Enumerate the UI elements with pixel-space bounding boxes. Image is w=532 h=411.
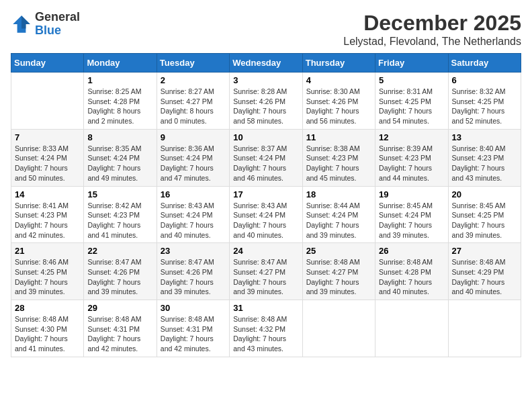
month-title: December 2025: [343, 11, 521, 36]
logo-text: General Blue: [35, 11, 80, 38]
day-number: 2: [161, 75, 226, 85]
week-row-1: 1Sunrise: 8:25 AM Sunset: 4:28 PM Daylig…: [11, 73, 521, 130]
day-number: 18: [306, 189, 371, 199]
calendar-cell: 15Sunrise: 8:42 AM Sunset: 4:23 PM Dayli…: [84, 186, 157, 243]
calendar-table: SundayMondayTuesdayWednesdayThursdayFrid…: [11, 53, 521, 357]
calendar-cell: 18Sunrise: 8:44 AM Sunset: 4:24 PM Dayli…: [302, 186, 375, 243]
day-number: 15: [87, 189, 152, 199]
day-number: 6: [452, 75, 517, 85]
day-number: 16: [161, 189, 226, 199]
day-info: Sunrise: 8:45 AM Sunset: 4:24 PM Dayligh…: [379, 201, 444, 240]
day-number: 8: [87, 132, 152, 142]
day-info: Sunrise: 8:28 AM Sunset: 4:26 PM Dayligh…: [233, 87, 298, 126]
calendar-cell: 26Sunrise: 8:48 AM Sunset: 4:28 PM Dayli…: [375, 243, 448, 300]
calendar-cell: 19Sunrise: 8:45 AM Sunset: 4:24 PM Dayli…: [375, 186, 448, 243]
day-number: 29: [87, 303, 152, 313]
day-info: Sunrise: 8:39 AM Sunset: 4:23 PM Dayligh…: [379, 144, 444, 183]
calendar-cell: [375, 300, 448, 357]
day-info: Sunrise: 8:27 AM Sunset: 4:27 PM Dayligh…: [161, 87, 226, 126]
day-number: 5: [379, 75, 444, 85]
day-info: Sunrise: 8:46 AM Sunset: 4:25 PM Dayligh…: [15, 257, 80, 297]
logo-general: General: [35, 10, 80, 24]
day-number: 23: [161, 246, 226, 256]
day-info: Sunrise: 8:47 AM Sunset: 4:26 PM Dayligh…: [161, 257, 226, 297]
day-number: 25: [306, 246, 371, 256]
calendar-cell: 21Sunrise: 8:46 AM Sunset: 4:25 PM Dayli…: [11, 243, 84, 300]
day-number: 27: [452, 246, 517, 256]
day-info: Sunrise: 8:48 AM Sunset: 4:30 PM Dayligh…: [15, 314, 80, 354]
logo-icon: [11, 13, 32, 35]
calendar-cell: 28Sunrise: 8:48 AM Sunset: 4:30 PM Dayli…: [11, 300, 84, 357]
header-row: SundayMondayTuesdayWednesdayThursdayFrid…: [11, 54, 521, 73]
calendar-header: SundayMondayTuesdayWednesdayThursdayFrid…: [11, 54, 521, 73]
header-cell-friday: Friday: [375, 54, 448, 73]
title-block: December 2025 Lelystad, Flevoland, The N…: [343, 11, 521, 48]
week-row-5: 28Sunrise: 8:48 AM Sunset: 4:30 PM Dayli…: [11, 300, 521, 357]
day-info: Sunrise: 8:48 AM Sunset: 4:28 PM Dayligh…: [379, 257, 444, 297]
logo-blue: Blue: [35, 24, 61, 37]
header-cell-thursday: Thursday: [302, 54, 375, 73]
day-number: 21: [15, 246, 80, 256]
day-number: 14: [15, 189, 80, 199]
day-info: Sunrise: 8:43 AM Sunset: 4:24 PM Dayligh…: [233, 201, 298, 240]
day-number: 12: [379, 132, 444, 142]
day-info: Sunrise: 8:31 AM Sunset: 4:25 PM Dayligh…: [379, 87, 444, 126]
day-info: Sunrise: 8:48 AM Sunset: 4:29 PM Dayligh…: [452, 257, 517, 297]
day-info: Sunrise: 8:37 AM Sunset: 4:24 PM Dayligh…: [233, 144, 298, 183]
day-info: Sunrise: 8:48 AM Sunset: 4:27 PM Dayligh…: [306, 257, 371, 297]
calendar-cell: 9Sunrise: 8:36 AM Sunset: 4:24 PM Daylig…: [157, 129, 229, 186]
calendar-cell: 30Sunrise: 8:48 AM Sunset: 4:31 PM Dayli…: [157, 300, 229, 357]
header-cell-tuesday: Tuesday: [157, 54, 229, 73]
calendar-cell: 3Sunrise: 8:28 AM Sunset: 4:26 PM Daylig…: [230, 73, 302, 130]
day-info: Sunrise: 8:48 AM Sunset: 4:31 PM Dayligh…: [87, 314, 152, 354]
calendar-cell: 31Sunrise: 8:48 AM Sunset: 4:32 PM Dayli…: [230, 300, 302, 357]
day-info: Sunrise: 8:35 AM Sunset: 4:24 PM Dayligh…: [87, 144, 152, 183]
calendar-cell: 12Sunrise: 8:39 AM Sunset: 4:23 PM Dayli…: [375, 129, 448, 186]
calendar-cell: 23Sunrise: 8:47 AM Sunset: 4:26 PM Dayli…: [157, 243, 229, 300]
calendar-cell: [302, 300, 375, 357]
day-info: Sunrise: 8:47 AM Sunset: 4:27 PM Dayligh…: [233, 257, 298, 297]
calendar-cell: 6Sunrise: 8:32 AM Sunset: 4:25 PM Daylig…: [448, 73, 521, 130]
svg-marker-1: [21, 15, 30, 28]
day-number: 10: [233, 132, 298, 142]
week-row-3: 14Sunrise: 8:41 AM Sunset: 4:23 PM Dayli…: [11, 186, 521, 243]
day-number: 31: [233, 303, 298, 313]
calendar-cell: 22Sunrise: 8:47 AM Sunset: 4:26 PM Dayli…: [84, 243, 157, 300]
day-info: Sunrise: 8:48 AM Sunset: 4:32 PM Dayligh…: [233, 314, 298, 354]
day-number: 17: [233, 189, 298, 199]
calendar-cell: 11Sunrise: 8:38 AM Sunset: 4:23 PM Dayli…: [302, 129, 375, 186]
day-number: 9: [161, 132, 226, 142]
day-number: 7: [15, 132, 80, 142]
calendar-cell: 2Sunrise: 8:27 AM Sunset: 4:27 PM Daylig…: [157, 73, 229, 130]
day-info: Sunrise: 8:33 AM Sunset: 4:24 PM Dayligh…: [15, 144, 80, 183]
day-number: 22: [87, 246, 152, 256]
day-info: Sunrise: 8:32 AM Sunset: 4:25 PM Dayligh…: [452, 87, 517, 126]
day-info: Sunrise: 8:44 AM Sunset: 4:24 PM Dayligh…: [306, 201, 371, 240]
day-number: 26: [379, 246, 444, 256]
calendar-cell: 1Sunrise: 8:25 AM Sunset: 4:28 PM Daylig…: [84, 73, 157, 130]
day-number: 11: [306, 132, 371, 142]
calendar-cell: 24Sunrise: 8:47 AM Sunset: 4:27 PM Dayli…: [230, 243, 302, 300]
day-number: 4: [306, 75, 371, 85]
day-number: 3: [233, 75, 298, 85]
calendar-cell: 7Sunrise: 8:33 AM Sunset: 4:24 PM Daylig…: [11, 129, 84, 186]
day-number: 24: [233, 246, 298, 256]
day-info: Sunrise: 8:38 AM Sunset: 4:23 PM Dayligh…: [306, 144, 371, 183]
calendar-cell: 20Sunrise: 8:45 AM Sunset: 4:25 PM Dayli…: [448, 186, 521, 243]
day-number: 30: [161, 303, 226, 313]
calendar-cell: 16Sunrise: 8:43 AM Sunset: 4:24 PM Dayli…: [157, 186, 229, 243]
header-cell-saturday: Saturday: [448, 54, 521, 73]
calendar-cell: [11, 73, 84, 130]
day-number: 1: [87, 75, 152, 85]
logo: General Blue: [11, 11, 80, 38]
calendar-cell: 4Sunrise: 8:30 AM Sunset: 4:26 PM Daylig…: [302, 73, 375, 130]
calendar-cell: [448, 300, 521, 357]
day-info: Sunrise: 8:42 AM Sunset: 4:23 PM Dayligh…: [87, 201, 152, 240]
day-info: Sunrise: 8:40 AM Sunset: 4:23 PM Dayligh…: [452, 144, 517, 183]
day-info: Sunrise: 8:41 AM Sunset: 4:23 PM Dayligh…: [15, 201, 80, 240]
day-info: Sunrise: 8:43 AM Sunset: 4:24 PM Dayligh…: [161, 201, 226, 240]
calendar-body: 1Sunrise: 8:25 AM Sunset: 4:28 PM Daylig…: [11, 73, 521, 357]
calendar-cell: 13Sunrise: 8:40 AM Sunset: 4:23 PM Dayli…: [448, 129, 521, 186]
calendar-cell: 8Sunrise: 8:35 AM Sunset: 4:24 PM Daylig…: [84, 129, 157, 186]
week-row-4: 21Sunrise: 8:46 AM Sunset: 4:25 PM Dayli…: [11, 243, 521, 300]
